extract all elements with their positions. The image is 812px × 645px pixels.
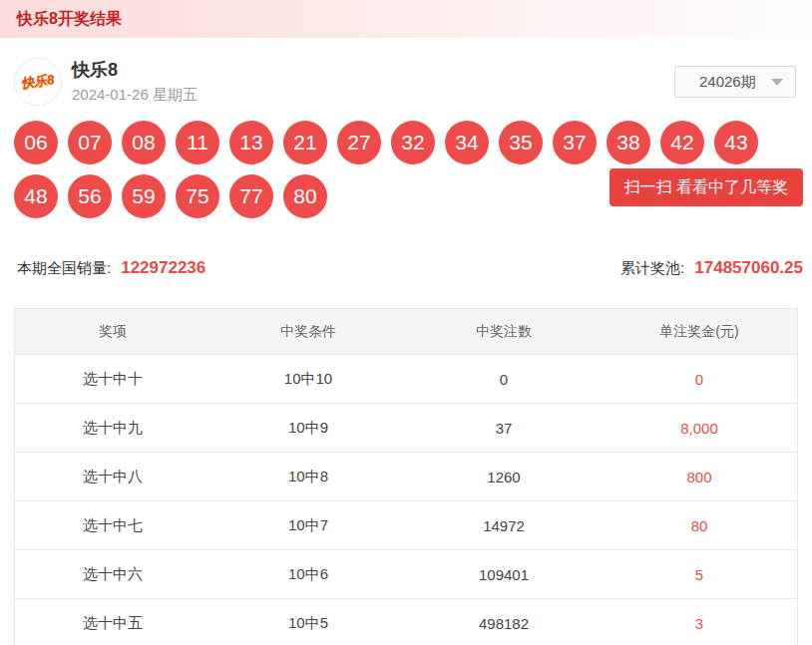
ball: 34: [445, 121, 489, 164]
prize-name: 选十中十: [15, 370, 210, 389]
scan-check-prize-button[interactable]: 扫一扫 看看中了几等奖: [609, 168, 803, 206]
win-condition: 10中10: [210, 370, 406, 389]
table-row: 选十中七 10中7 14972 80: [15, 500, 797, 549]
game-name: 快乐8: [72, 60, 198, 80]
win-count: 1260: [406, 469, 602, 485]
win-count: 0: [406, 371, 602, 388]
kuaile8-logo: 快乐8: [14, 58, 62, 106]
page-title: 快乐8开奖结果: [17, 9, 122, 30]
ball: 38: [607, 121, 650, 164]
ball: 56: [68, 174, 112, 218]
ball: 37: [553, 121, 597, 164]
win-condition: 10中6: [210, 565, 406, 584]
ball: 75: [176, 174, 219, 218]
prize-amount: 80: [602, 517, 797, 534]
sales-value: 122972236: [121, 258, 205, 278]
ball: 35: [499, 121, 543, 164]
ball: 59: [122, 174, 166, 218]
draw-date: 2024-01-26 星期五: [72, 86, 198, 105]
prize-table-header: 奖项 中奖条件 中奖注数 单注奖金(元): [15, 309, 797, 354]
ball: 42: [660, 121, 704, 164]
prize-name: 选十中九: [15, 419, 210, 438]
table-row: 选十中五 10中5 498182 3: [15, 598, 797, 645]
issue-dropdown-value: 24026期: [699, 73, 756, 92]
col-header-count: 中奖注数: [406, 323, 602, 341]
jackpot: 累计奖池: 174857060.25: [620, 258, 803, 278]
prize-name: 选十中六: [15, 565, 210, 584]
win-count: 37: [406, 420, 602, 437]
sales-label: 本期全国销量:: [17, 259, 111, 278]
table-row: 选十中九 10中9 37 8,000: [15, 403, 797, 452]
winning-numbers: 06 07 08 11 13 21 27 32 34 35 37 38 42 4…: [0, 106, 812, 218]
ball: 13: [229, 121, 273, 164]
win-count: 109401: [406, 566, 602, 583]
prize-name: 选十中八: [15, 468, 210, 486]
win-count: 498182: [406, 615, 602, 632]
chevron-down-icon: [771, 79, 783, 86]
ball: 77: [229, 174, 273, 218]
table-row: 选十中六 10中6 109401 5: [15, 549, 797, 598]
page-banner: 快乐8开奖结果: [0, 0, 812, 38]
kuaile8-logo-text: 快乐8: [20, 71, 55, 93]
ball: 80: [283, 174, 327, 218]
win-condition: 10中7: [210, 516, 406, 535]
ball: 07: [68, 121, 112, 164]
prize-amount: 8,000: [602, 420, 797, 437]
national-sales: 本期全国销量: 122972236: [17, 258, 205, 278]
win-condition: 10中8: [210, 468, 406, 486]
prize-name: 选十中五: [15, 614, 210, 633]
ball: 21: [283, 121, 327, 164]
prize-amount: 0: [602, 371, 797, 388]
prize-name: 选十中七: [15, 516, 210, 535]
jackpot-value: 174857060.25: [694, 258, 803, 278]
ball: 06: [14, 121, 58, 164]
col-header-amount: 单注奖金(元): [602, 323, 797, 341]
win-count: 14972: [406, 517, 602, 534]
ball: 48: [14, 174, 58, 218]
issue-dropdown[interactable]: 24026期: [674, 66, 796, 98]
game-header: 快乐8 快乐8 2024-01-26 星期五 24026期: [0, 38, 812, 106]
prize-amount: 800: [602, 469, 797, 485]
col-header-condition: 中奖条件: [210, 323, 406, 341]
ball: 43: [714, 121, 758, 164]
prize-amount: 5: [602, 566, 797, 583]
game-info: 快乐8 2024-01-26 星期五: [72, 60, 198, 105]
jackpot-label: 累计奖池:: [620, 259, 684, 278]
ball: 32: [391, 121, 435, 164]
prize-table: 奖项 中奖条件 中奖注数 单注奖金(元) 选十中十 10中10 0 0 选十中九…: [14, 308, 798, 645]
ball: 27: [337, 121, 381, 164]
table-row: 选十中十 10中10 0 0: [15, 354, 797, 403]
ball: 11: [176, 121, 219, 164]
prize-amount: 3: [602, 615, 797, 632]
win-condition: 10中5: [210, 614, 406, 633]
table-row: 选十中八 10中8 1260 800: [15, 452, 797, 500]
win-condition: 10中9: [210, 419, 406, 438]
col-header-prize: 奖项: [15, 323, 210, 341]
ball-row-1: 06 07 08 11 13 21 27 32 34 35 37 38 42 4…: [14, 121, 798, 164]
sales-jackpot-row: 本期全国销量: 122972236 累计奖池: 174857060.25: [0, 258, 812, 278]
ball: 08: [122, 121, 166, 164]
